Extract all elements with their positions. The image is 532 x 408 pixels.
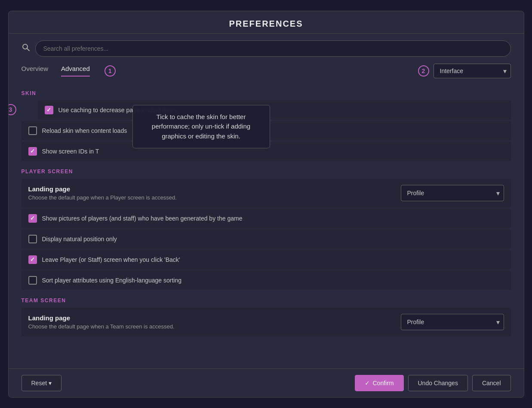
show-pictures-row: Show pictures of players (and staff) who…	[22, 209, 511, 228]
caching-row-wrap: 3 Use caching to decrease page loading t…	[22, 101, 511, 121]
team-profile-select[interactable]: Profile Overview Stats History	[401, 314, 504, 330]
skin-badge-3: 3	[9, 104, 16, 115]
sort-attributes-checkbox[interactable]	[28, 276, 37, 285]
confirm-check-icon: ✓	[365, 380, 370, 387]
undo-button[interactable]: Undo Changes	[408, 375, 468, 391]
reload-skin-label: Reload skin when content loads	[42, 127, 504, 134]
player-profile-select[interactable]: Profile Overview Stats History	[401, 185, 504, 201]
screen-ids-checkbox[interactable]	[28, 147, 37, 156]
reload-skin-checkbox[interactable]	[28, 126, 37, 135]
reset-label: Reset	[31, 380, 47, 387]
interface-badge-2: 2	[418, 65, 429, 77]
team-landing-page-row: Landing page Choose the default page whe…	[22, 308, 511, 336]
leave-player-checkbox[interactable]	[28, 255, 37, 264]
tab-badge-1: 1	[105, 65, 116, 77]
reset-chevron-icon: ▾	[49, 380, 52, 387]
screen-ids-label: Show screen IDs in T	[42, 148, 504, 155]
tabs-right: 2 Interface Skin Language	[416, 64, 511, 78]
footer-left: Reset ▾	[22, 375, 62, 391]
player-landing-page-row: Landing page Choose the default page whe…	[22, 179, 511, 207]
tabs-row: Overview Advanced 1 2 Interface Skin Lan…	[9, 64, 524, 78]
skin-section-label: SKIN	[22, 90, 511, 96]
badge3-wrap: 3	[9, 104, 16, 115]
show-pictures-label: Show pictures of players (and staff) who…	[42, 215, 504, 222]
display-natural-checkbox[interactable]	[28, 235, 37, 243]
team-landing-page-info: Landing page Choose the default page whe…	[28, 314, 175, 330]
tab-advanced[interactable]: Advanced	[61, 65, 90, 77]
leave-player-label: Leave Player (or Staff) screen when you …	[42, 256, 504, 263]
tab-overview[interactable]: Overview	[22, 65, 49, 77]
caching-checkbox[interactable]	[45, 106, 53, 114]
undo-label: Undo Changes	[418, 380, 458, 387]
team-landing-title: Landing page	[28, 314, 175, 322]
display-natural-row: Display natural position only	[22, 230, 511, 248]
caching-row: Use caching to decrease page loading tim…	[38, 101, 511, 120]
team-screen-label: TEAM SCREEN	[22, 298, 511, 304]
team-profile-select-wrap: Profile Overview Stats History	[401, 314, 504, 330]
search-input[interactable]	[35, 40, 511, 57]
player-landing-title: Landing page	[28, 185, 177, 193]
show-pictures-checkbox[interactable]	[28, 214, 37, 223]
caching-label: Use caching to decrease page loading tim…	[58, 107, 504, 114]
sort-attributes-label: Sort player attributes using English-lan…	[42, 277, 504, 284]
player-profile-select-wrap: Profile Overview Stats History	[401, 185, 504, 201]
reload-skin-row: Reload skin when content loads	[22, 121, 511, 140]
content-area: SKIN 3 Use caching to decrease page load…	[9, 83, 524, 368]
player-landing-page-info: Landing page Choose the default page whe…	[28, 185, 177, 201]
modal-header: PREFERENCES	[9, 11, 524, 34]
leave-player-row: Leave Player (or Staff) screen when you …	[22, 250, 511, 269]
interface-select[interactable]: Interface Skin Language	[434, 64, 511, 78]
cancel-label: Cancel	[482, 380, 501, 387]
svg-line-1	[27, 49, 29, 51]
cancel-button[interactable]: Cancel	[472, 375, 511, 391]
player-landing-desc: Choose the default page when a Player sc…	[28, 194, 177, 201]
modal-title: PREFERENCES	[229, 19, 303, 28]
reset-button[interactable]: Reset ▾	[22, 375, 62, 391]
tabs-left: Overview Advanced 1	[22, 65, 116, 77]
confirm-label: Confirm	[372, 380, 394, 387]
interface-select-wrap: Interface Skin Language	[434, 64, 511, 78]
footer: Reset ▾ ✓ Confirm Undo Changes Cancel	[9, 368, 524, 397]
confirm-button[interactable]: ✓ Confirm	[355, 375, 403, 391]
screen-ids-row: Show screen IDs in T	[22, 142, 511, 161]
player-screen-label: PLAYER SCREEN	[22, 169, 511, 175]
display-natural-label: Display natural position only	[42, 236, 504, 242]
team-landing-desc: Choose the default page when a Team scre…	[28, 323, 175, 330]
sort-attributes-row: Sort player attributes using English-lan…	[22, 271, 511, 290]
search-icon	[22, 43, 30, 54]
caching-row-container: Use caching to decrease page loading tim…	[38, 101, 511, 121]
search-row	[9, 34, 524, 64]
preferences-modal: PREFERENCES Overview Advanced 1 2 Interf…	[8, 11, 524, 398]
footer-right: ✓ Confirm Undo Changes Cancel	[355, 375, 510, 391]
